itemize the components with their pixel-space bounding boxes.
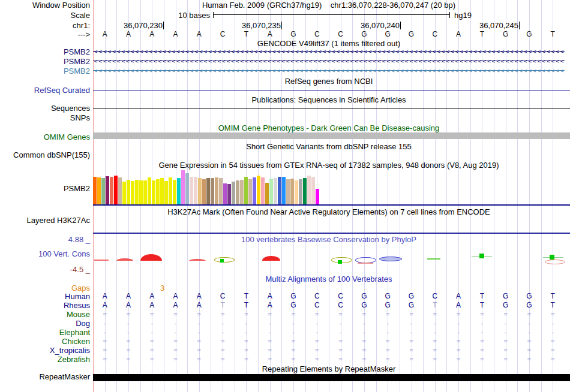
species-label-zebrafish[interactable]: Zebrafish (58, 355, 90, 363)
dbsnp-label[interactable]: Common dbSNP(155) (13, 151, 90, 159)
gene-label-psmb2-2[interactable]: PSMB2 (64, 58, 90, 65)
alignment-cell: T (470, 293, 494, 300)
gtex-tissue-bar (135, 180, 139, 204)
gene-label-psmb2-1[interactable]: PSMB2 (64, 48, 90, 56)
gtex-tissue-bar (114, 176, 118, 204)
alignment-cell: = (352, 355, 376, 363)
sequences-label[interactable]: Sequences (51, 104, 90, 112)
phylop-min-value: -4.5 _ (70, 266, 90, 273)
gtex-tissue-bar (173, 180, 176, 204)
alignment-cell: = (329, 337, 352, 345)
alignment-cell: G (517, 293, 541, 300)
publications-item-line[interactable] (93, 108, 570, 108)
base-cell: A (116, 31, 140, 38)
phylop-max-value: 4.88 _ (68, 236, 90, 243)
alignment-cell: = (140, 346, 164, 354)
species-label-mouse[interactable]: Mouse (67, 310, 90, 318)
gtex-gene-label[interactable]: PSMB2 (64, 185, 90, 192)
snps-label[interactable]: SNPs (70, 114, 90, 122)
alignment-cell: = (164, 337, 187, 345)
base-cell: T (235, 31, 258, 38)
species-label-x-tropicalis[interactable]: X_tropicalis (50, 346, 90, 354)
gtex-tissue-bar (181, 170, 185, 204)
gene-model-psmb2-3[interactable]: <<<<<<<<<<<<<<<<<<<<<<<<<<<<<<<<<<<<<<<<… (93, 68, 565, 74)
alignment-cell: = (164, 355, 187, 363)
gtex-tissue-bar (131, 181, 134, 204)
alignment-cell: - (352, 319, 376, 327)
alignment-cell: - (258, 328, 281, 336)
assembly-header: Human Feb. 2009 (GRCh37/hg19) chr1:36,07… (93, 1, 565, 9)
alignment-cell: = (494, 346, 517, 354)
refseq-curated-label[interactable]: RefSeq Curated (34, 86, 90, 94)
window-position-label: Window Position (32, 1, 90, 9)
alignment-row-mouse: ==================== (93, 310, 565, 318)
gene-model-psmb2-1[interactable]: <<<<<<<<<<<<<<<<<<<<<<<<<<<<<<<<<<<<<<<<… (93, 49, 565, 55)
gtex-tissue-bar (185, 173, 189, 204)
gene-label-psmb2-3[interactable]: PSMB2 (64, 67, 90, 75)
alignment-cell: = (281, 346, 305, 354)
alignment-cell: = (376, 346, 400, 354)
gtex-tissue-bar (257, 176, 260, 204)
gene-model-psmb2-2[interactable]: <<<<<<<<<<<<<<<<<<<<<<<<<<<<<<<<<<<<<<<<… (93, 58, 565, 64)
gtex-tissue-bar (299, 179, 302, 204)
alignment-cell: G (352, 293, 376, 300)
alignment-cell: = (517, 337, 541, 345)
alignment-cell: - (164, 328, 187, 336)
alignment-cell: - (281, 319, 305, 327)
alignment-cell: - (235, 328, 258, 336)
alignment-cell: - (116, 328, 140, 336)
alignment-cell: = (329, 346, 352, 354)
alignment-cell: - (470, 328, 494, 336)
species-label-human[interactable]: Human (65, 293, 90, 300)
gaps-label[interactable]: Gaps (71, 284, 90, 292)
phylop-track-label[interactable]: 100 Vert. Cons (38, 250, 90, 258)
base-cell: G (400, 31, 423, 38)
alignment-cell: = (305, 355, 329, 363)
gtex-expression-barchart[interactable] (93, 170, 320, 204)
species-label-elephant[interactable]: Elephant (59, 328, 90, 336)
species-label-rhesus[interactable]: Rhesus (64, 301, 90, 309)
h3k27ac-signal-line[interactable] (93, 233, 570, 234)
alignment-cell: - (187, 319, 211, 327)
alignment-cell: - (211, 328, 234, 336)
species-label-dog[interactable]: Dog (76, 319, 90, 327)
repeatmasker-element-bar[interactable] (93, 374, 570, 381)
alignment-cell: A (93, 301, 116, 309)
omim-gene-bar[interactable] (93, 132, 570, 139)
repeatmasker-label[interactable]: RepeatMasker (39, 373, 90, 381)
alignment-cell: = (400, 310, 423, 318)
strand-arrows: <<<<<<<<<<<<<<<<<<<<<<<<<<<<<<<<<<<<<<<<… (94, 58, 565, 64)
alignment-cell: = (164, 346, 187, 354)
alignment-cell: A (93, 293, 116, 300)
gtex-tissue-bar (311, 177, 315, 204)
gtex-tissue-bar (101, 178, 105, 204)
gtex-tissue-bar (106, 176, 109, 204)
alignment-cell: - (376, 328, 400, 336)
alignment-cell: = (281, 310, 305, 318)
alignment-cell: = (329, 355, 352, 363)
gtex-baseline (93, 204, 570, 206)
alignment-cell: = (258, 337, 281, 345)
alignment-cell: = (400, 337, 423, 345)
refseq-gene-line[interactable] (93, 90, 570, 91)
alignment-cell: = (187, 337, 211, 345)
alignment-row-human: AAAAACTAGCCGGGCATGGT (93, 293, 565, 300)
coordinate-tick: 36,070,230 (124, 22, 164, 29)
alignment-cell: = (211, 310, 234, 318)
gtex-tissue-bar (265, 183, 269, 204)
h3k27ac-label[interactable]: Layered H3K27Ac (26, 216, 90, 224)
alignment-cell: - (352, 328, 376, 336)
base-cell: A (187, 31, 211, 38)
gtex-tissue-bar (248, 179, 252, 204)
omim-genes-label[interactable]: OMIM Genes (44, 133, 90, 141)
alignment-cell: = (140, 310, 164, 318)
alignment-cell: = (258, 310, 281, 318)
gtex-tissue-bar (198, 178, 202, 204)
alignment-cell: A (140, 293, 164, 300)
alignment-cell: = (187, 310, 211, 318)
gtex-tissue-bar (278, 177, 281, 204)
alignment-cell: = (352, 337, 376, 345)
base-cell: A (258, 31, 281, 38)
species-label-chicken[interactable]: Chicken (62, 337, 90, 345)
gtex-tissue-bar (316, 189, 319, 204)
